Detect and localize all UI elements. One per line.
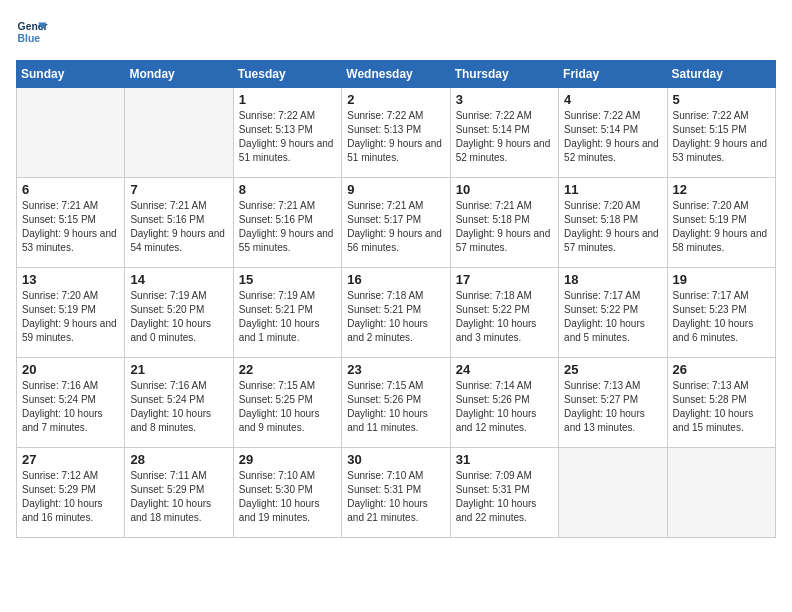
day-number: 12 [673,182,770,197]
day-number: 20 [22,362,119,377]
day-content: Sunrise: 7:10 AM Sunset: 5:31 PM Dayligh… [347,469,444,525]
day-number: 23 [347,362,444,377]
calendar-cell: 2Sunrise: 7:22 AM Sunset: 5:13 PM Daylig… [342,88,450,178]
calendar-cell: 27Sunrise: 7:12 AM Sunset: 5:29 PM Dayli… [17,448,125,538]
day-number: 29 [239,452,336,467]
day-content: Sunrise: 7:18 AM Sunset: 5:22 PM Dayligh… [456,289,553,345]
calendar-cell: 20Sunrise: 7:16 AM Sunset: 5:24 PM Dayli… [17,358,125,448]
calendar-cell: 19Sunrise: 7:17 AM Sunset: 5:23 PM Dayli… [667,268,775,358]
calendar-cell: 26Sunrise: 7:13 AM Sunset: 5:28 PM Dayli… [667,358,775,448]
day-content: Sunrise: 7:18 AM Sunset: 5:21 PM Dayligh… [347,289,444,345]
day-content: Sunrise: 7:21 AM Sunset: 5:16 PM Dayligh… [239,199,336,255]
day-number: 14 [130,272,227,287]
column-header-thursday: Thursday [450,61,558,88]
day-number: 22 [239,362,336,377]
calendar-cell: 9Sunrise: 7:21 AM Sunset: 5:17 PM Daylig… [342,178,450,268]
day-content: Sunrise: 7:16 AM Sunset: 5:24 PM Dayligh… [22,379,119,435]
day-content: Sunrise: 7:13 AM Sunset: 5:28 PM Dayligh… [673,379,770,435]
calendar-cell: 11Sunrise: 7:20 AM Sunset: 5:18 PM Dayli… [559,178,667,268]
calendar-header-row: SundayMondayTuesdayWednesdayThursdayFrid… [17,61,776,88]
calendar-cell: 6Sunrise: 7:21 AM Sunset: 5:15 PM Daylig… [17,178,125,268]
day-number: 11 [564,182,661,197]
calendar-week-1: 1Sunrise: 7:22 AM Sunset: 5:13 PM Daylig… [17,88,776,178]
day-content: Sunrise: 7:17 AM Sunset: 5:23 PM Dayligh… [673,289,770,345]
calendar-cell: 8Sunrise: 7:21 AM Sunset: 5:16 PM Daylig… [233,178,341,268]
column-header-wednesday: Wednesday [342,61,450,88]
calendar-cell: 29Sunrise: 7:10 AM Sunset: 5:30 PM Dayli… [233,448,341,538]
day-number: 19 [673,272,770,287]
calendar-cell: 3Sunrise: 7:22 AM Sunset: 5:14 PM Daylig… [450,88,558,178]
day-number: 3 [456,92,553,107]
calendar-cell: 18Sunrise: 7:17 AM Sunset: 5:22 PM Dayli… [559,268,667,358]
day-number: 6 [22,182,119,197]
calendar-cell [125,88,233,178]
day-content: Sunrise: 7:22 AM Sunset: 5:14 PM Dayligh… [456,109,553,165]
day-number: 8 [239,182,336,197]
day-number: 31 [456,452,553,467]
day-content: Sunrise: 7:11 AM Sunset: 5:29 PM Dayligh… [130,469,227,525]
day-number: 10 [456,182,553,197]
day-content: Sunrise: 7:15 AM Sunset: 5:25 PM Dayligh… [239,379,336,435]
day-content: Sunrise: 7:21 AM Sunset: 5:18 PM Dayligh… [456,199,553,255]
day-content: Sunrise: 7:14 AM Sunset: 5:26 PM Dayligh… [456,379,553,435]
calendar-cell: 14Sunrise: 7:19 AM Sunset: 5:20 PM Dayli… [125,268,233,358]
calendar-cell: 5Sunrise: 7:22 AM Sunset: 5:15 PM Daylig… [667,88,775,178]
calendar-cell: 15Sunrise: 7:19 AM Sunset: 5:21 PM Dayli… [233,268,341,358]
calendar-cell: 24Sunrise: 7:14 AM Sunset: 5:26 PM Dayli… [450,358,558,448]
day-content: Sunrise: 7:09 AM Sunset: 5:31 PM Dayligh… [456,469,553,525]
day-number: 18 [564,272,661,287]
day-content: Sunrise: 7:21 AM Sunset: 5:17 PM Dayligh… [347,199,444,255]
day-content: Sunrise: 7:22 AM Sunset: 5:13 PM Dayligh… [347,109,444,165]
day-content: Sunrise: 7:20 AM Sunset: 5:19 PM Dayligh… [673,199,770,255]
day-content: Sunrise: 7:22 AM Sunset: 5:14 PM Dayligh… [564,109,661,165]
day-content: Sunrise: 7:12 AM Sunset: 5:29 PM Dayligh… [22,469,119,525]
day-content: Sunrise: 7:13 AM Sunset: 5:27 PM Dayligh… [564,379,661,435]
day-content: Sunrise: 7:19 AM Sunset: 5:20 PM Dayligh… [130,289,227,345]
calendar-week-3: 13Sunrise: 7:20 AM Sunset: 5:19 PM Dayli… [17,268,776,358]
day-number: 7 [130,182,227,197]
day-number: 26 [673,362,770,377]
day-number: 24 [456,362,553,377]
day-content: Sunrise: 7:15 AM Sunset: 5:26 PM Dayligh… [347,379,444,435]
day-content: Sunrise: 7:20 AM Sunset: 5:19 PM Dayligh… [22,289,119,345]
calendar-cell: 31Sunrise: 7:09 AM Sunset: 5:31 PM Dayli… [450,448,558,538]
calendar-cell: 28Sunrise: 7:11 AM Sunset: 5:29 PM Dayli… [125,448,233,538]
calendar-cell: 16Sunrise: 7:18 AM Sunset: 5:21 PM Dayli… [342,268,450,358]
calendar-cell [17,88,125,178]
calendar-cell [667,448,775,538]
day-content: Sunrise: 7:20 AM Sunset: 5:18 PM Dayligh… [564,199,661,255]
day-number: 25 [564,362,661,377]
day-number: 4 [564,92,661,107]
logo-icon: General Blue [16,16,48,48]
day-content: Sunrise: 7:21 AM Sunset: 5:16 PM Dayligh… [130,199,227,255]
column-header-sunday: Sunday [17,61,125,88]
column-header-tuesday: Tuesday [233,61,341,88]
calendar-week-4: 20Sunrise: 7:16 AM Sunset: 5:24 PM Dayli… [17,358,776,448]
logo: General Blue [16,16,52,48]
calendar-cell [559,448,667,538]
day-content: Sunrise: 7:22 AM Sunset: 5:13 PM Dayligh… [239,109,336,165]
day-content: Sunrise: 7:19 AM Sunset: 5:21 PM Dayligh… [239,289,336,345]
day-number: 2 [347,92,444,107]
svg-text:Blue: Blue [18,33,41,44]
column-header-friday: Friday [559,61,667,88]
calendar-cell: 7Sunrise: 7:21 AM Sunset: 5:16 PM Daylig… [125,178,233,268]
day-content: Sunrise: 7:21 AM Sunset: 5:15 PM Dayligh… [22,199,119,255]
day-number: 15 [239,272,336,287]
calendar-cell: 12Sunrise: 7:20 AM Sunset: 5:19 PM Dayli… [667,178,775,268]
day-number: 30 [347,452,444,467]
day-number: 17 [456,272,553,287]
day-number: 13 [22,272,119,287]
calendar-cell: 10Sunrise: 7:21 AM Sunset: 5:18 PM Dayli… [450,178,558,268]
calendar-week-5: 27Sunrise: 7:12 AM Sunset: 5:29 PM Dayli… [17,448,776,538]
calendar-table: SundayMondayTuesdayWednesdayThursdayFrid… [16,60,776,538]
day-content: Sunrise: 7:10 AM Sunset: 5:30 PM Dayligh… [239,469,336,525]
day-number: 28 [130,452,227,467]
calendar-cell: 4Sunrise: 7:22 AM Sunset: 5:14 PM Daylig… [559,88,667,178]
column-header-saturday: Saturday [667,61,775,88]
page-header: General Blue [16,16,776,48]
calendar-cell: 17Sunrise: 7:18 AM Sunset: 5:22 PM Dayli… [450,268,558,358]
day-number: 9 [347,182,444,197]
calendar-cell: 13Sunrise: 7:20 AM Sunset: 5:19 PM Dayli… [17,268,125,358]
calendar-cell: 30Sunrise: 7:10 AM Sunset: 5:31 PM Dayli… [342,448,450,538]
